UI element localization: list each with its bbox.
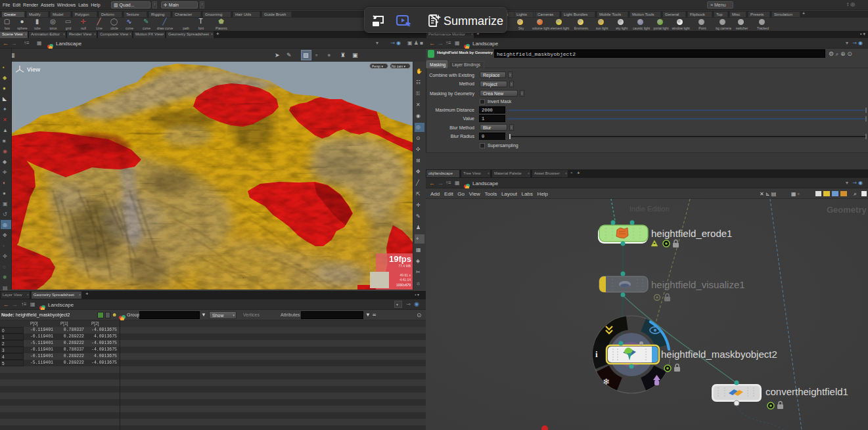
svg-text:❄: ❄ bbox=[603, 377, 610, 387]
svg-text:i: i bbox=[595, 349, 598, 359]
svg-text:Indie Edition: Indie Edition bbox=[629, 205, 670, 213]
svg-text:heightfield_erode1: heightfield_erode1 bbox=[651, 228, 732, 239]
svg-text:heightfield_maskbyobject2: heightfield_maskbyobject2 bbox=[661, 349, 777, 360]
svg-text:Geometry: Geometry bbox=[827, 205, 867, 215]
svg-text:convertheightfield1: convertheightfield1 bbox=[765, 386, 848, 397]
svg-text:heightfield_visualize1: heightfield_visualize1 bbox=[651, 279, 745, 290]
